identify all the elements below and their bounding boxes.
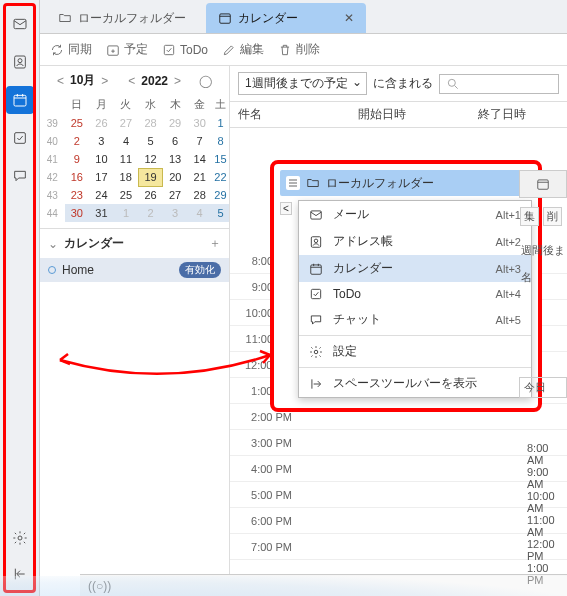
menu-item-cal[interactable]: カレンダーAlt+3 bbox=[299, 255, 531, 282]
time-row[interactable]: 7:00 PM bbox=[230, 534, 567, 560]
range-dropdown[interactable]: 1週間後までの予定 ⌄ bbox=[238, 72, 367, 95]
menu-icon[interactable] bbox=[286, 176, 300, 190]
day-cell[interactable]: 27 bbox=[114, 114, 139, 132]
day-cell[interactable]: 25 bbox=[114, 186, 139, 204]
menu-label: アドレス帳 bbox=[333, 233, 393, 250]
sync-button[interactable]: 同期 bbox=[50, 41, 92, 58]
time-row[interactable]: 3:00 PM bbox=[230, 430, 567, 456]
todo-icon[interactable] bbox=[6, 124, 34, 152]
next-month-button[interactable]: > bbox=[99, 74, 110, 88]
day-cell[interactable]: 22 bbox=[212, 168, 229, 186]
weekday-header: 木 bbox=[163, 95, 188, 114]
day-cell[interactable]: 3 bbox=[163, 204, 188, 222]
day-cell[interactable]: 15 bbox=[212, 150, 229, 168]
menu-label: カレンダー bbox=[333, 260, 393, 277]
day-cell[interactable]: 26 bbox=[138, 186, 163, 204]
day-cell[interactable]: 2 bbox=[138, 204, 163, 222]
next-year-button[interactable]: > bbox=[172, 74, 183, 88]
book-icon bbox=[309, 235, 323, 249]
day-cell[interactable]: 24 bbox=[89, 186, 114, 204]
day-cell[interactable]: 5 bbox=[138, 132, 163, 150]
day-cell[interactable]: 6 bbox=[163, 132, 188, 150]
day-cell[interactable]: 21 bbox=[187, 168, 212, 186]
day-cell[interactable]: 10 bbox=[89, 150, 114, 168]
menu-item-book[interactable]: アドレス帳Alt+2 bbox=[299, 228, 531, 255]
edit-button[interactable]: 編集 bbox=[222, 41, 264, 58]
day-cell[interactable]: 14 bbox=[187, 150, 212, 168]
day-cell[interactable]: 25 bbox=[65, 114, 90, 132]
day-cell[interactable]: 12 bbox=[138, 150, 163, 168]
tab-calendar[interactable]: カレンダー ✕ bbox=[206, 3, 366, 33]
day-cell[interactable]: 1 bbox=[212, 114, 229, 132]
calendar-icon[interactable] bbox=[6, 86, 34, 114]
chat-icon[interactable] bbox=[6, 162, 34, 190]
menu-settings[interactable]: 設定 bbox=[299, 338, 531, 365]
day-cell[interactable]: 13 bbox=[163, 150, 188, 168]
day-cell[interactable]: 29 bbox=[212, 186, 229, 204]
day-cell[interactable]: 4 bbox=[114, 132, 139, 150]
mini-calendar[interactable]: 日月火水木金土 39252627282930140234567841910111… bbox=[40, 95, 229, 222]
day-cell[interactable]: 2 bbox=[65, 132, 90, 150]
day-cell[interactable]: 30 bbox=[187, 114, 212, 132]
day-cell[interactable]: 28 bbox=[138, 114, 163, 132]
event-button[interactable]: 予定 bbox=[106, 41, 148, 58]
menu-label: チャット bbox=[333, 311, 381, 328]
today-btn-partial[interactable]: 今日 bbox=[519, 377, 567, 398]
day-cell[interactable]: 20 bbox=[163, 168, 188, 186]
prev-month-button[interactable]: < bbox=[55, 74, 66, 88]
day-cell[interactable]: 1 bbox=[114, 204, 139, 222]
day-cell[interactable]: 31 bbox=[89, 204, 114, 222]
menu-item-chat[interactable]: チャットAlt+5 bbox=[299, 306, 531, 333]
day-cell[interactable]: 18 bbox=[114, 168, 139, 186]
todo-button[interactable]: ToDo bbox=[162, 43, 208, 57]
day-cell[interactable]: 30 bbox=[65, 204, 90, 222]
day-cell[interactable]: 19 bbox=[138, 168, 163, 186]
time-row[interactable]: 6:00 PM bbox=[230, 508, 567, 534]
time-row[interactable]: 5:00 PM bbox=[230, 482, 567, 508]
addressbook-icon[interactable] bbox=[6, 48, 34, 76]
day-cell[interactable]: 8 bbox=[212, 132, 229, 150]
calendar-icon[interactable] bbox=[519, 170, 567, 198]
delete-button[interactable]: 削除 bbox=[278, 41, 320, 58]
menu-show-toolbar[interactable]: スペースツールバーを表示 bbox=[299, 370, 531, 397]
btn-label: 予定 bbox=[124, 41, 148, 58]
calendar-item-home[interactable]: Home 有効化 bbox=[40, 258, 229, 282]
day-cell[interactable]: 11 bbox=[114, 150, 139, 168]
day-cell[interactable]: 28 bbox=[187, 186, 212, 204]
delete-partial[interactable]: 削 bbox=[543, 207, 562, 226]
col-end[interactable]: 終了日時 bbox=[478, 106, 526, 123]
prev-button[interactable]: < bbox=[280, 202, 292, 215]
menu-item-todo[interactable]: ToDoAlt+4 bbox=[299, 282, 531, 306]
day-cell[interactable]: 16 bbox=[65, 168, 90, 186]
day-cell[interactable]: 27 bbox=[163, 186, 188, 204]
menu-item-mail[interactable]: メールAlt+1 bbox=[299, 201, 531, 228]
col-start[interactable]: 開始日時 bbox=[358, 106, 478, 123]
day-cell[interactable]: 4 bbox=[187, 204, 212, 222]
search-input[interactable] bbox=[439, 74, 559, 94]
edit-partial[interactable]: 集 bbox=[520, 207, 539, 226]
add-calendar-button[interactable]: ＋ bbox=[209, 235, 221, 252]
time-row[interactable]: 4:00 PM bbox=[230, 456, 567, 482]
col-subject[interactable]: 件名 bbox=[238, 106, 358, 123]
prev-year-button[interactable]: < bbox=[126, 74, 137, 88]
day-cell[interactable]: 17 bbox=[89, 168, 114, 186]
day-cell[interactable]: 3 bbox=[89, 132, 114, 150]
chevron-down-icon[interactable]: ⌄ bbox=[48, 237, 58, 251]
mail-icon[interactable] bbox=[6, 10, 34, 38]
expand-icon bbox=[309, 377, 323, 391]
popup-tab-label: ローカルフォルダー bbox=[326, 175, 434, 192]
day-cell[interactable]: 7 bbox=[187, 132, 212, 150]
day-cell[interactable]: 26 bbox=[89, 114, 114, 132]
close-icon[interactable]: ✕ bbox=[344, 11, 354, 25]
day-cell[interactable]: 5 bbox=[212, 204, 229, 222]
tab-local-folders[interactable]: ローカルフォルダー bbox=[46, 3, 206, 33]
enable-badge[interactable]: 有効化 bbox=[179, 262, 221, 278]
weekday-header: 火 bbox=[114, 95, 139, 114]
today-button[interactable]: ◯ bbox=[197, 74, 214, 88]
day-cell[interactable]: 29 bbox=[163, 114, 188, 132]
gear-icon[interactable] bbox=[6, 524, 34, 552]
collapse-icon[interactable] bbox=[6, 560, 34, 588]
day-cell[interactable]: 9 bbox=[65, 150, 90, 168]
chat-icon bbox=[309, 313, 323, 327]
day-cell[interactable]: 23 bbox=[65, 186, 90, 204]
